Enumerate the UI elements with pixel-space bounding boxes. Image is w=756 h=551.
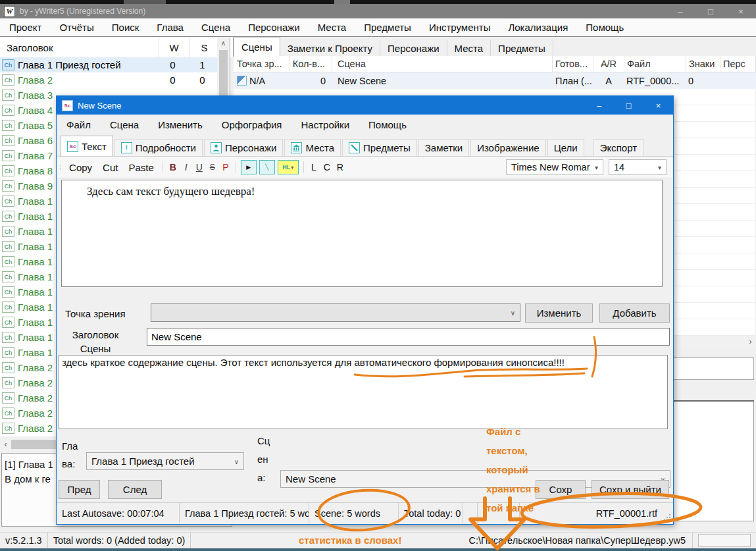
dialog-menu-file[interactable]: Файл	[66, 119, 91, 130]
menu-item-scene[interactable]: Сцена	[201, 22, 230, 33]
strikethrough-button[interactable]: S	[206, 163, 219, 172]
dialog-tab-text[interactable]: Sc Текст	[61, 136, 113, 156]
chapter-select[interactable]: Глава 1 Приезд гостей ∨	[86, 452, 244, 470]
col-file[interactable]: Файл	[624, 56, 686, 72]
col-pov[interactable]: Точка зр...	[234, 56, 290, 72]
paragraph-button[interactable]: P	[219, 162, 232, 172]
tab-items[interactable]: Предметы	[491, 40, 553, 56]
main-titlebar: W by - yWriter5 (Unregistered Version) –…	[0, 4, 756, 18]
menu-item-characters[interactable]: Персонажи	[248, 22, 300, 33]
dialog-minimize-icon[interactable]: –	[584, 96, 614, 115]
menu-item-chapter[interactable]: Глава	[157, 22, 184, 33]
tab-scenes[interactable]: Сцены	[234, 37, 280, 56]
scrollbar-thumb[interactable]	[11, 440, 60, 449]
dialog-menu-edit[interactable]: Изменить	[158, 119, 203, 130]
dialog-menu-help[interactable]: Помощь	[368, 119, 407, 130]
dialog-close-icon[interactable]: ×	[643, 96, 673, 115]
col-scene[interactable]: Сцена	[332, 56, 553, 72]
font-family-select[interactable]: Times New Romar ▾	[506, 159, 603, 175]
chapter-icon: Ch	[2, 150, 14, 161]
menu-item-reports[interactable]: Отчёты	[59, 22, 93, 33]
highlight-button[interactable]: HL ▾	[278, 160, 299, 174]
chevron-down-icon: ∨	[511, 309, 515, 317]
chapter-icon: Ch	[2, 226, 14, 237]
pov-add-button[interactable]: Добавить	[599, 303, 670, 323]
save-exit-button[interactable]: Сохр.и выйти	[592, 480, 669, 499]
menu-item-localization[interactable]: Локализация	[508, 22, 568, 33]
chapter-icon: Ch	[2, 271, 14, 282]
pen-button[interactable]: ╲	[259, 160, 275, 174]
chevron-down-icon: ▾	[658, 164, 661, 171]
dialog-tab-notes[interactable]: Заметки	[418, 139, 469, 156]
scroll-right-icon[interactable]: ›	[745, 337, 756, 346]
scene-text-editor[interactable]: Здесь сам текст будущего шедевра!	[61, 180, 663, 287]
paste-button[interactable]: Paste	[123, 162, 159, 173]
scene-icon: Sc	[62, 100, 73, 111]
col-status[interactable]: Готов...	[553, 56, 593, 72]
tab-characters[interactable]: Персонажи	[380, 40, 447, 56]
column-header-words[interactable]: W	[159, 38, 189, 57]
cut-button[interactable]: Cut	[97, 162, 123, 173]
maximize-icon[interactable]: □	[695, 4, 726, 18]
scene-table-row[interactable]: N/A 0 New Scene План (... A RTF_0000... …	[234, 72, 756, 89]
font-size-select[interactable]: 14 ▾	[609, 159, 667, 175]
prev-button[interactable]: Пред	[59, 480, 100, 499]
menu-item-tools[interactable]: Инструменты	[429, 22, 491, 33]
dialog-tab-export[interactable]: Экспорт	[593, 139, 643, 156]
next-button[interactable]: След	[108, 480, 162, 499]
align-center-button[interactable]: C	[320, 162, 334, 172]
pov-edit-button[interactable]: Изменить	[525, 303, 593, 323]
dialog-tab-items[interactable]: Предметы	[342, 139, 417, 156]
chapter-label: Глава 1 Приезд гостей	[14, 59, 158, 70]
dialog-menu-spelling[interactable]: Орфография	[222, 119, 282, 130]
dialog-tab-goals[interactable]: Цели	[547, 139, 584, 156]
tab-project-notes[interactable]: Заметки к Проекту	[280, 40, 380, 56]
autosave-label: Last Autosave: 00:07:04	[57, 503, 180, 523]
dialog-tab-image[interactable]: Изображение	[470, 139, 546, 156]
dialog-menu-scene[interactable]: Сцена	[110, 119, 139, 130]
pov-select[interactable]: ∨	[151, 303, 520, 322]
align-right-button[interactable]: R	[334, 162, 347, 172]
scroll-up-icon[interactable]: ∧	[217, 38, 230, 49]
column-header-scenes[interactable]: S	[189, 38, 220, 57]
scene-title-input[interactable]	[147, 328, 670, 346]
dialog-tab-details[interactable]: I Подробности	[114, 139, 203, 156]
dialog-tab-characters[interactable]: Персонажи	[204, 139, 284, 156]
align-left-button[interactable]: L	[307, 162, 320, 172]
resize-grip-icon[interactable]	[664, 513, 671, 521]
column-header-title[interactable]: Заголовок	[0, 38, 159, 57]
menu-item-help[interactable]: Помощь	[586, 22, 624, 33]
menu-item-items[interactable]: Предметы	[364, 22, 411, 33]
italic-button[interactable]: I	[180, 162, 193, 172]
dialog-menu-settings[interactable]: Настройки	[301, 119, 350, 130]
col-chars[interactable]: Знаки	[686, 56, 720, 72]
chapter-scenes: 1	[188, 59, 217, 70]
chapter-list-header: Заголовок W S	[0, 38, 234, 57]
play-button[interactable]: ▶	[241, 160, 257, 174]
scene-description-input[interactable]: здесь краткое содержание сцены. Этот тек…	[59, 355, 668, 429]
menu-item-project[interactable]: Проект	[9, 22, 41, 33]
underline-button[interactable]: U	[193, 162, 206, 172]
scroll-left-icon[interactable]: ‹	[0, 440, 11, 449]
info-icon: I	[121, 142, 132, 153]
dialog-titlebar[interactable]: Sc New Scene – □ ×	[57, 96, 673, 115]
chapter-icon: Ch	[2, 286, 14, 298]
chapter-row[interactable]: ChГлава 1 Приезд гостей01	[0, 57, 217, 72]
menu-item-search[interactable]: Поиск	[112, 22, 139, 33]
minimize-icon[interactable]: –	[665, 4, 695, 18]
col-ar[interactable]: A/R	[593, 56, 624, 72]
menu-item-locations[interactable]: Места	[318, 22, 347, 33]
copy-button[interactable]: Copy	[64, 162, 97, 173]
dialog-tab-locations[interactable]: Места	[284, 139, 341, 156]
chapter-scenes: 0	[188, 74, 217, 86]
close-icon[interactable]: ×	[726, 4, 756, 18]
col-characters[interactable]: Перс	[720, 56, 756, 72]
col-count[interactable]: Кол-в...	[290, 56, 332, 72]
highlight-icon: HL	[282, 164, 290, 171]
chapter-row[interactable]: ChГлава 200	[0, 72, 217, 88]
save-button[interactable]: Сохр	[536, 480, 586, 499]
chapter-icon: Ch	[2, 332, 14, 343]
bold-button[interactable]: B	[166, 162, 180, 172]
tab-locations[interactable]: Места	[447, 40, 491, 56]
dialog-maximize-icon[interactable]: □	[614, 96, 643, 115]
